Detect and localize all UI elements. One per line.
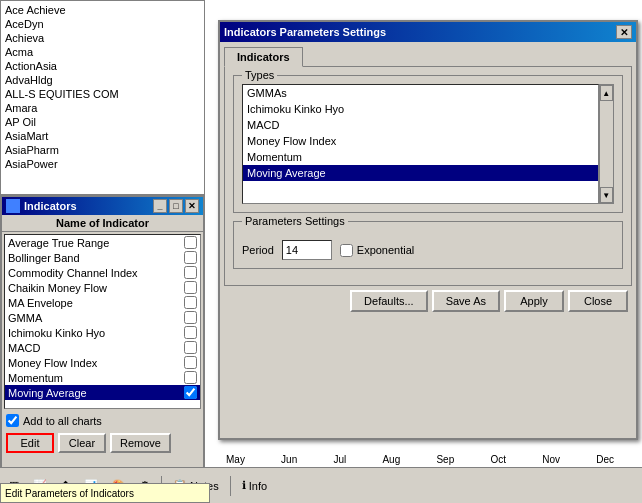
indicator-item[interactable]: MA Envelope [5, 295, 200, 310]
save-as-button[interactable]: Save As [432, 290, 500, 312]
indicator-item[interactable]: Commodity Channel Index [5, 265, 200, 280]
stock-list-item[interactable]: Amara [1, 101, 204, 115]
indicator-checkbox[interactable] [184, 236, 197, 249]
stock-list-item[interactable]: AsiaPower [1, 157, 204, 171]
stock-list-item[interactable]: AsiaPharm [1, 143, 204, 157]
stock-list-item[interactable]: AdvaHldg [1, 73, 204, 87]
exponential-checkbox[interactable] [340, 244, 353, 257]
params-row: Period Exponential [242, 240, 614, 260]
indicator-item-label: Average True Range [8, 237, 182, 249]
month-label: Jun [281, 454, 297, 465]
clear-button[interactable]: Clear [58, 433, 106, 453]
indicator-item[interactable]: Money Flow Index [5, 355, 200, 370]
month-label: Sep [436, 454, 454, 465]
indicators-title-text: Indicators [24, 200, 77, 212]
indicators-close-btn[interactable]: ✕ [185, 199, 199, 213]
edit-button[interactable]: Edit [6, 433, 54, 453]
stock-list-item[interactable]: Achieva [1, 31, 204, 45]
indicator-checkbox[interactable] [184, 326, 197, 339]
indicator-checkbox[interactable] [184, 386, 197, 399]
month-label: Nov [542, 454, 560, 465]
stock-list-item[interactable]: ActionAsia [1, 59, 204, 73]
stock-list-item[interactable]: AsiaMart [1, 129, 204, 143]
indicator-item-label: Bollinger Band [8, 252, 182, 264]
params-group-label: Parameters Settings [242, 215, 348, 227]
indicator-checkbox[interactable] [184, 251, 197, 264]
indicator-item-label: Momentum [8, 372, 182, 384]
indicator-item[interactable]: GMMA [5, 310, 200, 325]
indicator-item[interactable]: Moving Average [5, 385, 200, 400]
type-item[interactable]: MACD [243, 117, 598, 133]
types-group: Types GMMAsIchimoku Kinko HyoMACDMoney F… [233, 75, 623, 213]
indicator-checkbox[interactable] [184, 311, 197, 324]
stock-list-item[interactable]: AP Oil [1, 115, 204, 129]
period-input[interactable] [282, 240, 332, 260]
indicator-item[interactable]: MACD [5, 340, 200, 355]
type-item[interactable]: GMMAs [243, 85, 598, 101]
indicator-checkbox[interactable] [184, 296, 197, 309]
indicator-item-label: MA Envelope [8, 297, 182, 309]
stock-list-item[interactable]: AceDyn [1, 17, 204, 31]
tooltip-bar: Edit Parameters of Indicators [0, 483, 210, 503]
indicator-item[interactable]: Average True Range [5, 235, 200, 250]
indicators-panel: Indicators _ □ ✕ Name of Indicator Avera… [0, 195, 205, 475]
indicator-checkbox[interactable] [184, 281, 197, 294]
apply-button[interactable]: Apply [504, 290, 564, 312]
dialog-close-btn[interactable]: ✕ [616, 25, 632, 39]
dialog-buttons: Defaults... Save As Apply Close [220, 286, 636, 316]
indicator-item-label: Commodity Channel Index [8, 267, 182, 279]
indicator-checkbox[interactable] [184, 266, 197, 279]
type-item[interactable]: Ichimoku Kinko Hyo [243, 101, 598, 117]
indicator-item[interactable]: Momentum [5, 370, 200, 385]
indicator-item[interactable]: Bollinger Band [5, 250, 200, 265]
indicator-item-label: GMMA [8, 312, 182, 324]
info-label: Info [249, 480, 267, 492]
types-scroll-up[interactable]: ▲ [600, 85, 613, 101]
indicators-restore-btn[interactable]: □ [169, 199, 183, 213]
indicators-list[interactable]: Average True RangeBollinger BandCommodit… [4, 234, 201, 409]
exponential-label: Exponential [357, 244, 415, 256]
info-button[interactable]: ℹ Info [237, 476, 272, 495]
titlebar-buttons: _ □ ✕ [153, 199, 199, 213]
dialog-title: Indicators Parameters Settings [224, 26, 386, 38]
types-list[interactable]: GMMAsIchimoku Kinko HyoMACDMoney Flow In… [242, 84, 599, 204]
month-label: Dec [596, 454, 614, 465]
parameters-group: Parameters Settings Period Exponential [233, 221, 623, 269]
indicators-title-icon [6, 199, 20, 213]
indicator-item[interactable]: Chaikin Money Flow [5, 280, 200, 295]
toolbar-separator-2 [230, 476, 231, 496]
month-label: Aug [382, 454, 400, 465]
exponential-container: Exponential [340, 244, 415, 257]
indicator-item-label: Chaikin Money Flow [8, 282, 182, 294]
tooltip-text: Edit Parameters of Indicators [5, 488, 134, 499]
types-group-label: Types [242, 69, 277, 81]
titlebar-left: Indicators [6, 199, 77, 213]
add-to-all-label: Add to all charts [23, 415, 102, 427]
stock-list-panel: Ace AchieveAceDynAchievaAcmaActionAsiaAd… [0, 0, 205, 195]
type-item[interactable]: Money Flow Index [243, 133, 598, 149]
tab-indicators[interactable]: Indicators [224, 47, 303, 67]
month-label: Jul [333, 454, 346, 465]
add-to-all-checkbox[interactable] [6, 414, 19, 427]
indicator-item-label: Ichimoku Kinko Hyo [8, 327, 182, 339]
indicator-checkbox[interactable] [184, 371, 197, 384]
indicators-minimize-btn[interactable]: _ [153, 199, 167, 213]
info-icon: ℹ [242, 479, 246, 492]
stock-list-item[interactable]: Ace Achieve [1, 3, 204, 17]
stock-list-item[interactable]: ALL-S EQUITIES COM [1, 87, 204, 101]
remove-button[interactable]: Remove [110, 433, 171, 453]
dialog-tabs: Indicators [220, 42, 636, 66]
defaults-button[interactable]: Defaults... [350, 290, 428, 312]
stock-list-item[interactable]: Acma [1, 45, 204, 59]
close-dialog-button[interactable]: Close [568, 290, 628, 312]
month-labels: MayJunJulAugSepOctNovDec [218, 454, 622, 465]
indicator-item[interactable]: Ichimoku Kinko Hyo [5, 325, 200, 340]
tab-content: Types GMMAsIchimoku Kinko HyoMACDMoney F… [224, 66, 632, 286]
type-item[interactable]: Momentum [243, 149, 598, 165]
types-scroll-down[interactable]: ▼ [600, 187, 613, 203]
indicator-item-label: Moving Average [8, 387, 182, 399]
dialog-titlebar: Indicators Parameters Settings ✕ [220, 22, 636, 42]
type-item[interactable]: Moving Average [243, 165, 598, 181]
indicator-checkbox[interactable] [184, 341, 197, 354]
indicator-checkbox[interactable] [184, 356, 197, 369]
